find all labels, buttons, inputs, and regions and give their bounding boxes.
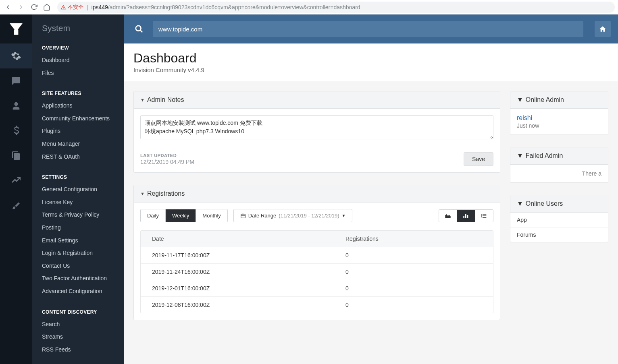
rail-system-icon[interactable] <box>0 43 32 68</box>
table-row: 2019-12-01T16:00:00Z 0 <box>141 280 493 296</box>
date-range-value: (11/21/2019 - 12/21/2019) <box>279 213 339 219</box>
online-users-head[interactable]: ▼ Online Users <box>510 195 608 213</box>
chart-view-selector <box>439 209 493 222</box>
sidebar: System OVERVIEW Dashboard Files SITE FEA… <box>32 14 124 364</box>
browser-home-button[interactable] <box>42 2 52 12</box>
search-icon[interactable] <box>131 21 147 37</box>
failed-admin-title: Failed Admin <box>526 152 563 159</box>
failed-admin-empty: There a <box>510 165 608 182</box>
sidebar-item-advanced-config[interactable]: Advanced Configuration <box>32 285 124 298</box>
sidebar-item-email-settings[interactable]: Email Settings <box>32 234 124 247</box>
svg-point-1 <box>136 26 141 31</box>
online-admin-time: Just now <box>517 122 601 129</box>
rail-community-icon[interactable] <box>0 68 32 93</box>
registrations-panel: ▼ Registrations Daily Weekly Monthly <box>133 185 500 320</box>
browser-forward-button[interactable] <box>16 2 26 12</box>
search-input[interactable]: www.topide.com <box>153 21 583 37</box>
sidebar-item-plugins[interactable]: Plugins <box>32 125 124 138</box>
caret-down-icon: ▼ <box>140 97 145 102</box>
browser-reload-button[interactable] <box>29 2 39 12</box>
caret-down-icon: ▼ <box>517 200 523 207</box>
rail-customize-icon[interactable] <box>0 193 32 218</box>
sidebar-item-menu-manager[interactable]: Menu Manager <box>32 138 124 151</box>
tab-monthly[interactable]: Monthly <box>196 209 227 222</box>
failed-admin-panel: ▼ Failed Admin There a <box>510 147 608 183</box>
last-updated-value: 12/21/2019 04:49 PM <box>140 159 194 165</box>
sidebar-item-contact-us[interactable]: Contact Us <box>32 260 124 273</box>
sidebar-item-two-factor[interactable]: Two Factor Authentication <box>32 272 124 285</box>
sidebar-item-streams[interactable]: Streams <box>32 331 124 343</box>
registrations-title: Registrations <box>147 190 185 197</box>
rail-members-icon[interactable] <box>0 93 32 118</box>
svg-rect-0 <box>14 30 19 35</box>
topbar: www.topide.com <box>124 14 618 43</box>
page-header: Dashboard Invision Community v4.4.9 <box>124 43 618 81</box>
sidebar-item-rss-feeds[interactable]: RSS Feeds <box>32 343 124 356</box>
tab-daily[interactable]: Daily <box>141 209 166 222</box>
section-head-site-features: SITE FEATURES <box>32 87 124 99</box>
tab-weekly[interactable]: Weekly <box>166 209 196 222</box>
search-value: www.topide.com <box>158 26 202 33</box>
online-users-item-app[interactable]: App <box>510 213 608 227</box>
caret-down-icon: ▼ <box>517 96 523 103</box>
sidebar-item-login-registration[interactable]: Login & Registration <box>32 247 124 260</box>
table-header: Date Registrations <box>141 231 493 247</box>
sidebar-item-posting[interactable]: Posting <box>32 221 124 234</box>
online-admins-head[interactable]: ▼ Online Admin <box>510 91 608 109</box>
registrations-table: Date Registrations 2019-11-17T16:00:00Z … <box>140 230 493 313</box>
content-area: ▼ Admin Notes LAST UPDATED 12/21/2019 04… <box>124 81 618 364</box>
online-users-item-forums[interactable]: Forums <box>510 227 608 242</box>
topbar-home-button[interactable] <box>595 21 611 37</box>
rail-stats-icon[interactable] <box>0 168 32 193</box>
admin-notes-head[interactable]: ▼ Admin Notes <box>134 91 500 109</box>
sidebar-item-search[interactable]: Search <box>32 318 124 331</box>
sidebar-item-community-enhancements[interactable]: Community Enhancements <box>32 112 124 125</box>
admin-notes-textarea[interactable] <box>140 115 493 139</box>
save-button[interactable]: Save <box>464 152 493 166</box>
svg-rect-3 <box>241 214 246 217</box>
table-row: 2019-11-17T16:00:00Z 0 <box>141 247 493 263</box>
online-users-panel: ▼ Online Users App Forums <box>510 195 608 242</box>
table-row: 2019-12-08T16:00:00Z 0 <box>141 296 493 313</box>
interval-selector: Daily Weekly Monthly <box>140 209 228 222</box>
registrations-head[interactable]: ▼ Registrations <box>134 185 500 203</box>
sidebar-item-applications[interactable]: Applications <box>32 99 124 112</box>
date-range-label: Date Range <box>248 213 276 219</box>
svg-rect-9 <box>467 215 468 218</box>
date-range-picker[interactable]: Date Range (11/21/2019 - 12/21/2019) ▼ <box>233 209 353 222</box>
calendar-icon <box>240 213 246 219</box>
browser-chrome: 不安全 | ips449/admin/?adsess=9ccnlngt89023… <box>0 0 618 14</box>
online-users-title: Online Users <box>526 200 563 207</box>
sidebar-title: System <box>32 14 124 41</box>
browser-back-button[interactable] <box>3 2 13 12</box>
page-title: Dashboard <box>133 51 608 66</box>
registrations-toolbar: Daily Weekly Monthly Date Range (11/21/2… <box>134 203 500 226</box>
rail-commerce-icon[interactable] <box>0 118 32 143</box>
section-head-overview: OVERVIEW <box>32 41 124 54</box>
chevron-down-icon: ▼ <box>342 213 346 218</box>
view-table-icon[interactable] <box>475 210 493 222</box>
online-admin-user-link[interactable]: reishi <box>517 114 601 122</box>
app-logo[interactable] <box>0 14 32 43</box>
rail-pages-icon[interactable] <box>0 143 32 168</box>
admin-notes-meta: LAST UPDATED 12/21/2019 04:49 PM <box>140 153 194 165</box>
failed-admin-head[interactable]: ▼ Failed Admin <box>510 147 608 165</box>
sidebar-item-terms-privacy[interactable]: Terms & Privacy Policy <box>32 209 124 221</box>
caret-down-icon: ▼ <box>140 191 145 196</box>
svg-rect-7 <box>463 216 464 218</box>
icon-rail <box>0 14 32 364</box>
sidebar-item-rest-oauth[interactable]: REST & OAuth <box>32 151 124 163</box>
col-count: Registrations <box>345 236 482 242</box>
col-date: Date <box>152 236 345 242</box>
view-bar-chart-icon[interactable] <box>457 210 475 222</box>
last-updated-label: LAST UPDATED <box>140 153 194 158</box>
online-admins-title: Online Admin <box>526 96 564 103</box>
sidebar-item-general-config[interactable]: General Configuration <box>32 183 124 196</box>
browser-url-bar[interactable]: 不安全 | ips449/admin/?adsess=9ccnlngt89023… <box>57 2 615 13</box>
view-area-chart-icon[interactable] <box>439 210 457 222</box>
section-head-settings: SETTINGS <box>32 170 124 183</box>
sidebar-item-dashboard[interactable]: Dashboard <box>32 54 124 67</box>
admin-notes-title: Admin Notes <box>147 96 184 103</box>
sidebar-item-files[interactable]: Files <box>32 67 124 80</box>
sidebar-item-license-key[interactable]: License Key <box>32 196 124 209</box>
